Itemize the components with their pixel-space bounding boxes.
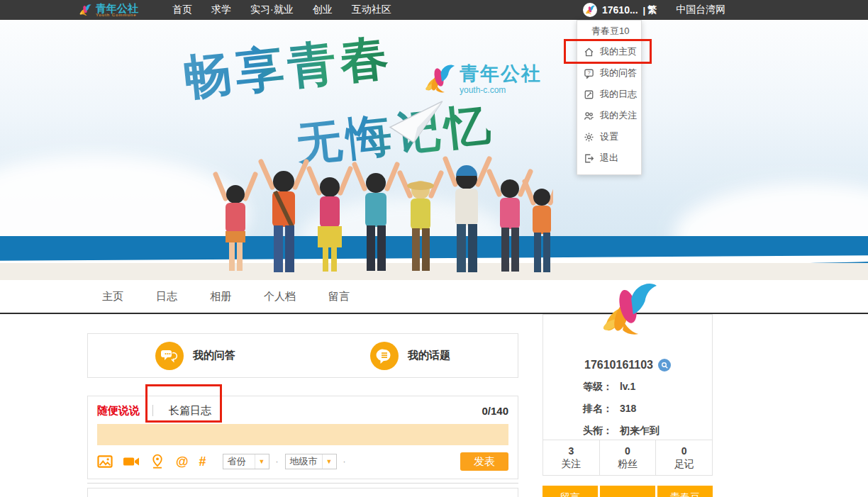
stat-followers[interactable]: 0 粉丝 <box>599 440 656 475</box>
middle-action-button[interactable] <box>600 486 655 497</box>
location-icon[interactable] <box>150 454 165 469</box>
user-avatar[interactable] <box>583 3 597 17</box>
banner-logo-title: 青年公社 <box>460 61 542 86</box>
at-mention-icon[interactable]: @ <box>176 454 189 469</box>
avatar-bird-icon <box>584 4 596 16</box>
tab-journal[interactable]: 日志 <box>156 290 177 303</box>
rank-row: 排名： 318 <box>543 403 712 415</box>
topbar-user-area: 17610... | 繁 中国台湾网 <box>583 0 725 20</box>
nav-item-community[interactable]: 互动社区 <box>352 4 391 16</box>
level-row: 等级： lv.1 <box>543 381 712 393</box>
char-counter: 0/140 <box>482 405 508 417</box>
tab-home[interactable]: 主页 <box>102 290 123 303</box>
search-user-icon[interactable] <box>658 359 671 372</box>
nav-item-startup[interactable]: 创业 <box>313 4 333 16</box>
qa-bubbles-icon <box>155 342 184 370</box>
profile-username: 17610161103 <box>584 359 653 372</box>
composer-text-input[interactable] <box>97 424 508 445</box>
menu-item-my-qa[interactable]: 我的问答 <box>577 62 641 84</box>
topic-bubble-icon <box>370 342 399 370</box>
composer-toolbar: @ # 省份 ▼ · 地级市 ▼ · 发表 <box>97 452 508 471</box>
composer-tab-casual[interactable]: 随便说说 <box>97 404 140 418</box>
menu-item-settings[interactable]: 设置 <box>577 126 641 147</box>
tab-album[interactable]: 相册 <box>210 290 231 303</box>
profile-stats-row: 3 关注 0 粉丝 0 足记 <box>543 440 712 475</box>
video-icon[interactable] <box>123 454 139 469</box>
menu-item-my-journal[interactable]: 我的日志 <box>577 84 641 105</box>
nav-item-home[interactable]: 首页 <box>172 4 192 16</box>
menu-item-logout[interactable]: 退出 <box>577 147 641 169</box>
site-logo[interactable]: 青年公社 Youth Commune <box>78 3 138 17</box>
site-logo-title: 青年公社 <box>96 4 138 13</box>
feed-card-clipped <box>87 488 518 497</box>
image-icon[interactable] <box>97 454 113 469</box>
menu-item-my-follows[interactable]: 我的关注 <box>577 105 641 126</box>
hero-banner: 畅享青春 无悔记忆 青年公社 youth-c.com <box>0 20 868 280</box>
page: 青年公社 Youth Commune 首页 求学 实习·就业 创业 互动社区 1… <box>0 0 868 497</box>
youth-points-button[interactable]: 青春豆 <box>657 486 713 497</box>
profile-tab-bar: 主页 日志 相册 个人档 留言 <box>0 280 868 314</box>
settings-icon <box>584 132 594 143</box>
site-logo-subtitle: Youth Commune <box>96 13 138 17</box>
city-select[interactable]: 地级市 ▼ <box>285 454 337 469</box>
qa-icon <box>584 68 594 79</box>
stat-following[interactable]: 3 关注 <box>543 440 599 475</box>
topbar-username[interactable]: 17610... <box>602 4 638 16</box>
title-row: 头衔： 初来乍到 <box>543 425 712 437</box>
tab-profile-file[interactable]: 个人档 <box>264 290 296 303</box>
dot-separator: · <box>276 457 279 467</box>
top-navigation-bar: 青年公社 Youth Commune 首页 求学 实习·就业 创业 互动社区 1… <box>0 0 868 20</box>
dot-separator: · <box>343 457 346 467</box>
chevron-down-icon: ▼ <box>255 454 269 469</box>
children-illustration <box>213 143 553 274</box>
hashtag-icon[interactable]: # <box>199 454 206 469</box>
banner-headline-line1: 畅享青春 <box>180 25 396 111</box>
brand-bird-icon <box>421 61 457 96</box>
my-topics-link[interactable]: 我的话题 <box>303 334 518 377</box>
chevron-down-icon: ▼ <box>322 454 336 469</box>
nav-item-study[interactable]: 求学 <box>211 4 231 16</box>
lang-separator: | <box>643 5 646 16</box>
paper-plane-icon <box>386 100 450 150</box>
province-select[interactable]: 省份 ▼ <box>223 454 269 469</box>
youth-points-label: 青春豆10 <box>577 21 641 41</box>
brand-bird-icon <box>78 3 92 17</box>
profile-action-buttons: 留言 青春豆 <box>542 486 713 497</box>
stat-footprints[interactable]: 0 足记 <box>655 440 712 475</box>
feature-links-card: 我的问答 我的话题 <box>87 333 518 378</box>
annotation-box-my-homepage <box>564 39 652 64</box>
message-board-button[interactable]: 留言 <box>542 486 598 497</box>
annotation-box-long-journal <box>145 384 222 423</box>
banner-logo-domain: youth-c.com <box>460 85 542 95</box>
journal-icon <box>584 89 594 100</box>
profile-username-row: 17610161103 <box>543 359 712 372</box>
publish-button[interactable]: 发表 <box>460 452 508 471</box>
follow-icon <box>584 111 594 121</box>
profile-avatar-bird <box>594 277 662 342</box>
main-nav: 首页 求学 实习·就业 创业 互动社区 <box>172 4 391 16</box>
section-divider <box>87 483 518 484</box>
nav-item-internship-jobs[interactable]: 实习·就业 <box>250 4 294 16</box>
traditional-chinese-toggle[interactable]: 繁 <box>647 4 657 16</box>
my-qa-link[interactable]: 我的问答 <box>88 334 303 377</box>
tab-message-board[interactable]: 留言 <box>328 290 350 303</box>
logout-icon <box>584 153 594 164</box>
portal-link-taiwan[interactable]: 中国台湾网 <box>676 4 725 16</box>
banner-brand-logo: 青年公社 youth-c.com <box>421 61 542 96</box>
